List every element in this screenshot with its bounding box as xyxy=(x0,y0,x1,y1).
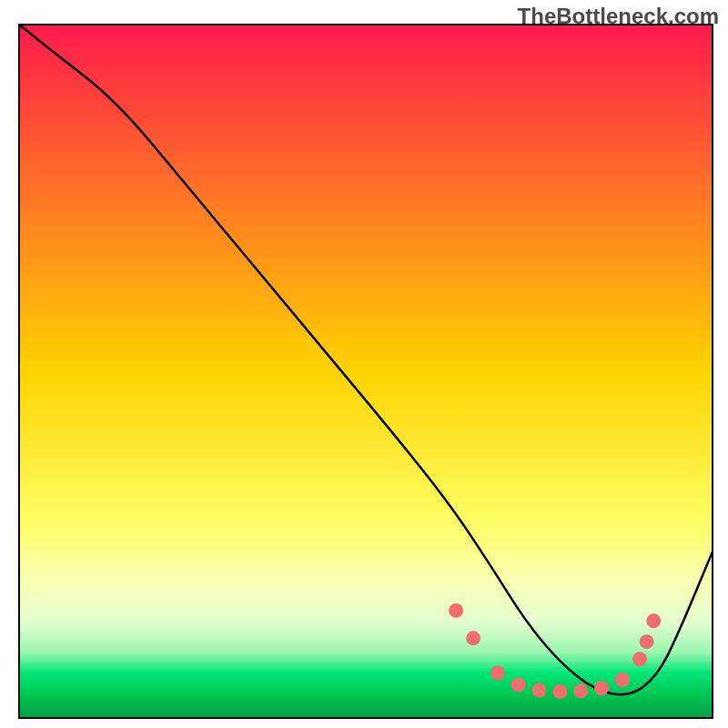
bottleneck-chart xyxy=(0,0,728,728)
data-point xyxy=(532,683,547,698)
data-point xyxy=(490,665,505,680)
data-point xyxy=(615,672,630,687)
data-point xyxy=(646,613,661,628)
data-point xyxy=(594,681,609,695)
data-point xyxy=(552,684,567,699)
data-point xyxy=(640,634,654,649)
watermark-text: TheBottleneck.com xyxy=(518,4,719,29)
data-point xyxy=(632,652,647,666)
data-point xyxy=(449,603,463,618)
chart-background xyxy=(19,25,713,718)
data-point xyxy=(573,683,588,698)
data-point xyxy=(511,677,526,692)
data-point xyxy=(466,631,480,645)
